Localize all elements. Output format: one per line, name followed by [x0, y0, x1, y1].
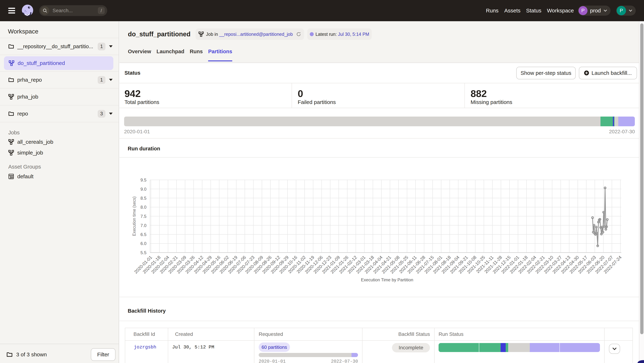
- svg-text:7.0: 7.0: [140, 223, 146, 228]
- svg-text:8.0: 8.0: [140, 205, 146, 210]
- svg-text:9.5: 9.5: [140, 178, 146, 182]
- svg-text:7.5: 7.5: [140, 214, 146, 219]
- svg-text:Execution Time by Partition: Execution Time by Partition: [361, 278, 414, 282]
- svg-text:6.5: 6.5: [140, 232, 146, 237]
- svg-text:6.0: 6.0: [140, 241, 146, 246]
- svg-text:5.5: 5.5: [140, 250, 146, 255]
- svg-text:9.0: 9.0: [140, 187, 146, 192]
- svg-text:Execution time (secs): Execution time (secs): [132, 196, 136, 236]
- svg-text:8.5: 8.5: [140, 196, 146, 200]
